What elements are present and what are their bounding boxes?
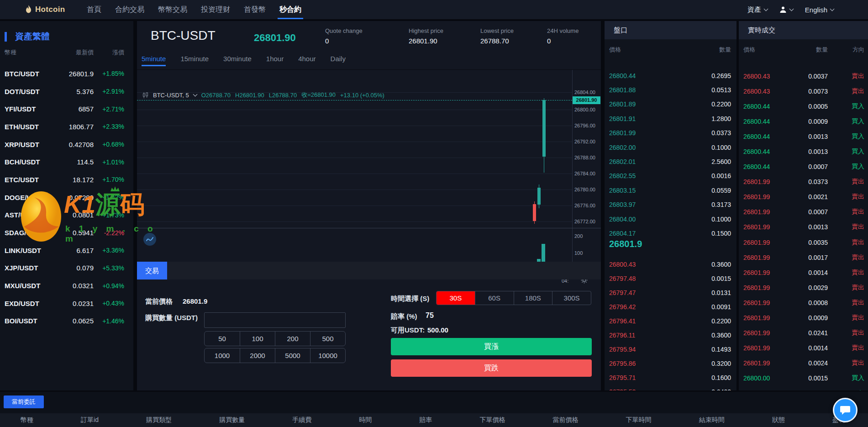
language-dropdown[interactable]: English (805, 6, 834, 14)
market-row[interactable]: MXU/USDT0.0321+0.94% (0, 277, 133, 295)
sidebar-title: 資產繁體 (0, 31, 50, 42)
pair-name: DOT/USDT (5, 88, 50, 95)
trade-qty: 0.0013 (784, 133, 828, 140)
time-option-180S[interactable]: 180S (514, 291, 552, 305)
market-row[interactable]: ETC/USDT18.172+1.70% (0, 171, 133, 189)
order-book-row[interactable]: 26803.970.3173 (605, 198, 736, 212)
legend-symbol[interactable]: BTC-USDT, 5 (153, 92, 189, 99)
time-option-60S[interactable]: 60S (475, 291, 514, 305)
market-row[interactable]: XJP/USDT0.079+5.33% (0, 259, 133, 277)
pair-price: 5.376 (50, 88, 94, 95)
order-book-row[interactable]: 26797.470.0131 (605, 285, 736, 300)
trade-direction: 賣出 (844, 329, 864, 337)
nav-item-1[interactable]: 首頁 (87, 0, 101, 19)
market-row[interactable]: BTC/USDT26801.9+1.85% (0, 65, 133, 83)
quick-amount-50[interactable]: 50 (205, 332, 240, 346)
ob-qty: 0.0091 (711, 303, 731, 311)
timeframe-15minute[interactable]: 15minute (180, 55, 209, 66)
order-book-row[interactable]: 26801.880.0513 (605, 83, 736, 97)
trade-direction: 賣出 (844, 178, 864, 186)
buy-up-button[interactable]: 買漲 (391, 338, 592, 355)
order-book-row[interactable]: 26800.430.3600 (605, 257, 736, 271)
pair-price: 18.172 (50, 176, 94, 184)
col-price: 價格 (743, 46, 784, 54)
market-row[interactable]: ETH/USDT1806.77+2.33% (0, 118, 133, 136)
quick-amount-2000[interactable]: 2000 (240, 348, 275, 363)
quick-amount-10000[interactable]: 10000 (310, 348, 345, 363)
order-book-row[interactable]: 26803.150.0559 (605, 183, 736, 197)
timeframe-4hour[interactable]: 4hour (298, 55, 316, 66)
nav-item-5[interactable]: 首發幣 (244, 0, 266, 19)
flame-icon (25, 5, 32, 14)
market-row[interactable]: SDAG/USDT0.5941-2.22% (0, 224, 133, 242)
trade-direction: 賣出 (844, 344, 864, 352)
amount-input[interactable] (204, 312, 346, 328)
trade-qty: 0.0014 (784, 269, 828, 276)
nav-item-4[interactable]: 投资理财 (201, 0, 230, 19)
order-book-row[interactable]: 26804.170.1500 (605, 226, 736, 240)
assets-dropdown[interactable]: 資產 (747, 5, 768, 14)
current-orders-button[interactable]: 當前委託 (4, 395, 44, 408)
timeframe-1hour[interactable]: 1hour (266, 55, 284, 66)
quick-amount-200[interactable]: 200 (275, 332, 310, 346)
order-book-row[interactable]: 26801.911.2800 (605, 111, 736, 126)
pair-price: 0.0625 (50, 317, 94, 325)
trade-price: 26801.99 (743, 208, 784, 216)
time-option-30S[interactable]: 30S (437, 291, 475, 305)
market-row[interactable]: AST/USDT0.0801+1.73% (0, 206, 133, 224)
pair-price: 0.0801 (50, 211, 94, 219)
order-book-row[interactable]: 26795.710.1600 (605, 370, 736, 385)
gridline (137, 174, 572, 174)
timeframe-Daily[interactable]: Daily (331, 55, 346, 66)
order-book-row[interactable]: 26796.420.0091 (605, 300, 736, 314)
market-row[interactable]: XRP/USDT0.42708+0.68% (0, 136, 133, 153)
order-book-row[interactable]: 26802.012.5600 (605, 154, 736, 169)
market-row[interactable]: YFI/USDT6857+2.71% (0, 100, 133, 118)
account-dropdown[interactable] (779, 6, 793, 13)
market-row[interactable]: BCH/USDT114.5+1.01% (0, 153, 133, 171)
market-row[interactable]: DOGE/USDT0.07209+1.42% (0, 189, 133, 206)
nav-item-6[interactable]: 秒合約 (279, 0, 301, 19)
nav-item-2[interactable]: 合約交易 (115, 0, 144, 19)
market-row[interactable]: LINK/USDT6.617+3.36% (0, 242, 133, 259)
order-book-row[interactable]: 26802.550.0016 (605, 169, 736, 183)
buy-down-button[interactable]: 買跌 (391, 359, 592, 377)
orders-col-9: 當前價格 (553, 416, 579, 424)
order-book-row[interactable]: 26801.990.0373 (605, 126, 736, 140)
quick-amount-100[interactable]: 100 (240, 332, 275, 346)
quick-amount-5000[interactable]: 5000 (275, 348, 310, 363)
order-book-row[interactable]: 26796.410.2200 (605, 314, 736, 328)
market-row[interactable]: DOT/USDT5.376+2.91% (0, 83, 133, 100)
quick-amount-500[interactable]: 500 (310, 332, 345, 346)
nav-item-3[interactable]: 幣幣交易 (158, 0, 187, 19)
timeframe-5minute[interactable]: 5minute (142, 55, 166, 66)
trade-direction: 買入 (844, 148, 864, 156)
orders-col-11: 結束時間 (699, 416, 725, 424)
order-book-row[interactable]: 26795.530.6400 (605, 385, 736, 390)
order-book-row[interactable]: 26795.860.3200 (605, 356, 736, 370)
order-book-row[interactable]: 26796.110.3600 (605, 328, 736, 342)
time-select-label: 時間選擇 (S) (391, 295, 429, 303)
orders-table-headers: 幣種訂單id購買類型購買數量手續費時間賠率下單價格當前價格下單時間結束時間狀態盈… (0, 413, 868, 427)
ob-qty: 0.1000 (711, 144, 731, 151)
timeframe-30minute[interactable]: 30minute (223, 55, 252, 66)
tab-trade[interactable]: 交易 (137, 262, 167, 279)
brand-logo[interactable]: Hotcoin (25, 0, 65, 19)
order-book-row[interactable]: 26797.480.0015 (605, 271, 736, 285)
order-book-row[interactable]: 26804.000.1000 (605, 212, 736, 226)
market-row[interactable]: BOI/USDT0.0625+1.46% (0, 312, 133, 330)
quick-amount-1000[interactable]: 1000 (205, 348, 240, 363)
chart-logo-button[interactable] (143, 233, 156, 246)
ob-price: 26800.43 (609, 261, 711, 268)
trade-row: 26801.990.0008賣出 (739, 295, 868, 310)
trade-row: 26800.430.0037賣出 (739, 69, 868, 84)
chat-widget-button[interactable] (833, 398, 857, 422)
order-book-row[interactable]: 26795.940.1493 (605, 342, 736, 356)
order-book-row[interactable]: 26802.000.1000 (605, 140, 736, 154)
timeframe-tabs: 5minute15minute30minute1hour4hourDaily (142, 55, 346, 66)
time-option-300S[interactable]: 300S (552, 291, 591, 305)
market-row[interactable]: EXD/USDT0.0231+0.43% (0, 295, 133, 312)
order-book-row[interactable]: 26801.890.2200 (605, 97, 736, 111)
order-book-row[interactable]: 26800.440.2695 (605, 69, 736, 83)
pair-name: BCH/USDT (5, 158, 50, 166)
